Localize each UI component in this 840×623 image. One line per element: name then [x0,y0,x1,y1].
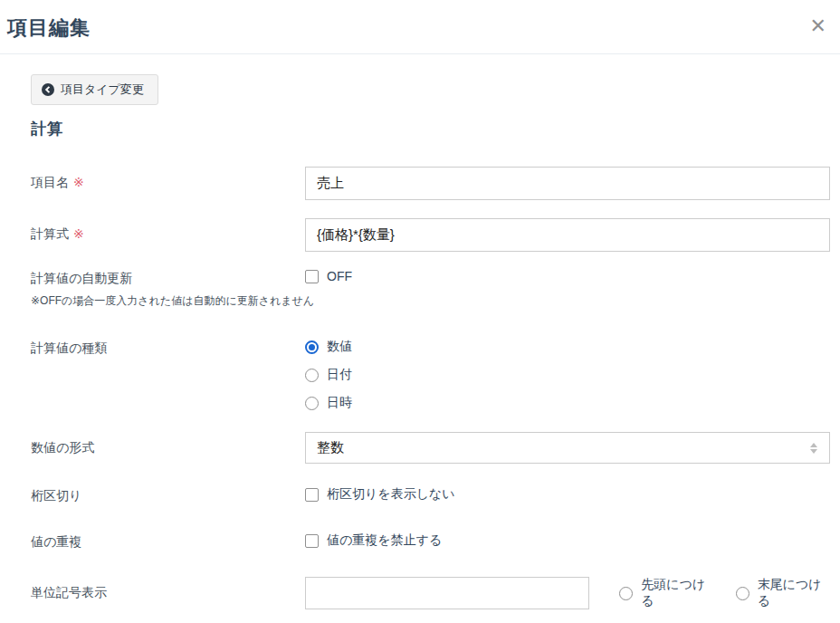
radio-option-datetime[interactable]: 日時 [305,395,830,411]
select-spinner-icon [810,443,817,454]
section-heading: 計算 [31,119,830,139]
radio-option-label: 末尾につける [758,577,830,609]
change-field-type-button[interactable]: 項目タイプ変更 [31,74,158,105]
auto-update-off-checkbox[interactable]: OFF [305,269,830,283]
number-format-select[interactable]: 整数 [305,432,830,464]
change-field-type-label: 項目タイプ変更 [61,81,144,98]
unit-symbol-input[interactable] [305,577,589,609]
auto-update-label-block: 計算値の自動更新 ※OFFの場合一度入力された値は自動的に更新されません [31,269,305,309]
radio-icon[interactable] [305,369,319,382]
field-row-number-format: 数値の形式 整数 [31,432,830,464]
dialog-body: 項目タイプ変更 計算 項目名※ 計算式※ 計算値の自動更新 ※OFFの場合一度入… [0,54,840,623]
field-row-duplicate-value: 値の重複 値の重複を禁止する [31,532,830,551]
checkbox-icon[interactable] [305,488,319,502]
required-mark: ※ [73,175,84,189]
auto-update-off-label: OFF [327,269,352,283]
number-format-selected-value: 整数 [317,439,344,456]
radio-icon[interactable] [619,587,633,600]
required-mark: ※ [73,226,84,241]
value-type-label: 計算値の種類 [31,339,305,357]
radio-icon[interactable] [736,587,749,600]
arrow-circle-left-icon [42,83,54,96]
digit-separator-checkbox-label: 桁区切りを表示しない [327,486,455,503]
close-icon[interactable]: ✕ [808,14,828,38]
field-row-auto-update: 計算値の自動更新 ※OFFの場合一度入力された値は自動的に更新されません OFF [31,269,830,309]
item-name-label: 項目名※ [31,167,305,191]
digit-separator-checkbox[interactable]: 桁区切りを表示しない [305,486,830,503]
item-name-input[interactable] [305,167,830,200]
field-row-unit-symbol: 単位記号表示 先頭につける 例：¥100 末尾につける 例：30% [31,577,830,623]
unit-symbol-label: 単位記号表示 [31,577,305,601]
checkbox-icon[interactable] [305,534,319,548]
radio-icon[interactable] [305,340,319,354]
radio-option-label: 先頭につける [641,577,713,609]
dialog-title: 項目編集 [7,14,91,42]
auto-update-note: ※OFFの場合一度入力された値は自動的に更新されません [31,293,305,309]
unit-position-append-block: 末尾につける 例：30% [736,577,830,623]
formula-label: 計算式※ [31,218,305,243]
checkbox-icon[interactable] [305,270,319,283]
field-row-formula: 計算式※ [31,218,830,252]
radio-option-numeric[interactable]: 数値 [305,339,830,355]
field-row-digit-separator: 桁区切り 桁区切りを表示しない [31,486,830,504]
number-format-label: 数値の形式 [31,432,305,456]
formula-input[interactable] [305,218,830,252]
field-row-value-type: 計算値の種類 数値 日付 日時 [31,339,830,411]
duplicate-value-checkbox[interactable]: 値の重複を禁止する [305,532,830,549]
value-type-radio-group: 数値 日付 日時 [305,339,830,411]
radio-option-append[interactable]: 末尾につける [736,577,830,609]
unit-position-prepend-block: 先頭につける 例：¥100 [619,577,713,623]
radio-option-label: 数値 [327,339,352,355]
radio-option-label: 日時 [327,395,352,411]
digit-separator-label: 桁区切り [31,486,305,504]
radio-option-date[interactable]: 日付 [305,367,830,383]
dialog-header: 項目編集 ✕ [0,0,840,54]
radio-option-label: 日付 [327,367,352,383]
radio-icon[interactable] [305,397,319,410]
field-row-item-name: 項目名※ [31,167,830,200]
auto-update-label: 計算値の自動更新 [31,271,305,287]
radio-option-prepend[interactable]: 先頭につける [619,577,713,609]
duplicate-value-checkbox-label: 値の重複を禁止する [327,532,442,549]
duplicate-value-label: 値の重複 [31,532,305,551]
